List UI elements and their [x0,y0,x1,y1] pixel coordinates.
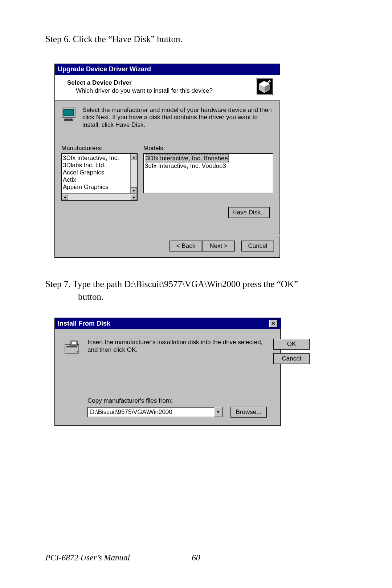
close-button[interactable]: ✕ [269,319,278,327]
footer-manual-title: PCI-6872 User’s Manual [45,553,130,563]
svg-rect-9 [66,346,77,347]
list-item[interactable]: Accel Graphics [63,169,136,176]
install-title: Install From Disk [58,320,110,327]
next-button[interactable]: Next > [202,241,235,251]
list-item[interactable]: Actix [63,176,136,184]
svg-rect-5 [64,109,74,116]
svg-point-12 [77,351,78,353]
wizard-subheading: Which driver do you want to install for … [67,87,252,94]
wizard-header: Select a Device Driver Which driver do y… [55,75,280,100]
list-item[interactable]: 3dfx Interactive, Inc. Voodoo3 [145,162,272,170]
list-item[interactable]: 3Dfx Interactive, Inc. Banshee [145,154,229,162]
ok-button[interactable]: OK [273,339,310,350]
driver-box-icon [256,78,273,95]
wizard-title: Upgrade Device Driver Wizard [58,65,151,73]
svg-rect-11 [72,342,76,344]
list-item[interactable]: 3Dfx Interactive, Inc. [63,154,136,162]
list-item[interactable]: Appian Graphics [63,184,136,191]
dropdown-button[interactable]: ▼ [214,407,222,417]
copy-from-label: Copy manufacturer's files from: [87,397,267,404]
scroll-right-icon[interactable]: ► [131,194,137,200]
page-number: 60 [192,553,200,563]
browse-button[interactable]: Browse... [230,407,267,418]
path-input[interactable]: D:\Biscuit\9575\VGA\Win2000 [88,407,214,417]
manufacturers-listbox[interactable]: 3Dfx Interactive, Inc. 3Dlabs Inc. Ltd. … [61,153,138,201]
cancel-button[interactable]: Cancel [241,241,274,251]
scroll-down-icon[interactable]: ▼ [131,187,137,194]
monitor-icon [61,107,77,122]
svg-rect-7 [64,120,73,121]
step-7-text: Step 7. Type the path D:\Biscuit\9577\VG… [45,278,350,303]
install-message: Insert the manufacturer's installation d… [87,339,267,354]
chevron-down-icon: ▼ [216,410,220,414]
wizard-titlebar[interactable]: Upgrade Device Driver Wizard [55,64,280,75]
install-titlebar[interactable]: Install From Disk ✕ [55,318,281,329]
models-label: Models: [143,145,273,152]
back-button[interactable]: < Back [170,241,202,251]
cancel-button[interactable]: Cancel [273,353,310,364]
wizard-heading: Select a Device Driver [67,79,252,86]
models-listbox[interactable]: 3Dfx Interactive, Inc. Banshee 3dfx Inte… [143,153,273,193]
step-6-text: Step 6. Click the “Have Disk” button. [45,33,350,45]
scrollbar-vertical[interactable]: ▲ ▼ [130,154,137,194]
floppy-disk-icon [63,339,81,355]
close-icon: ✕ [271,321,275,326]
path-combobox[interactable]: D:\Biscuit\9575\VGA\Win2000 ▼ [87,407,222,417]
install-from-disk-dialog: Install From Disk ✕ Insert the manufactu… [54,318,281,426]
manufacturers-label: Manufacturers: [61,145,138,152]
list-item[interactable]: 3Dlabs Inc. Ltd. [63,162,136,169]
have-disk-button[interactable]: Have Disk... [228,207,270,218]
scroll-up-icon[interactable]: ▲ [131,154,137,160]
scrollbar-horizontal[interactable]: ◄ ► [62,193,137,200]
scroll-left-icon[interactable]: ◄ [62,194,68,200]
upgrade-driver-wizard-dialog: Upgrade Device Driver Wizard Select a De… [54,64,280,258]
wizard-instruction: Select the manufacturer and model of you… [82,106,273,129]
svg-rect-6 [66,118,72,120]
